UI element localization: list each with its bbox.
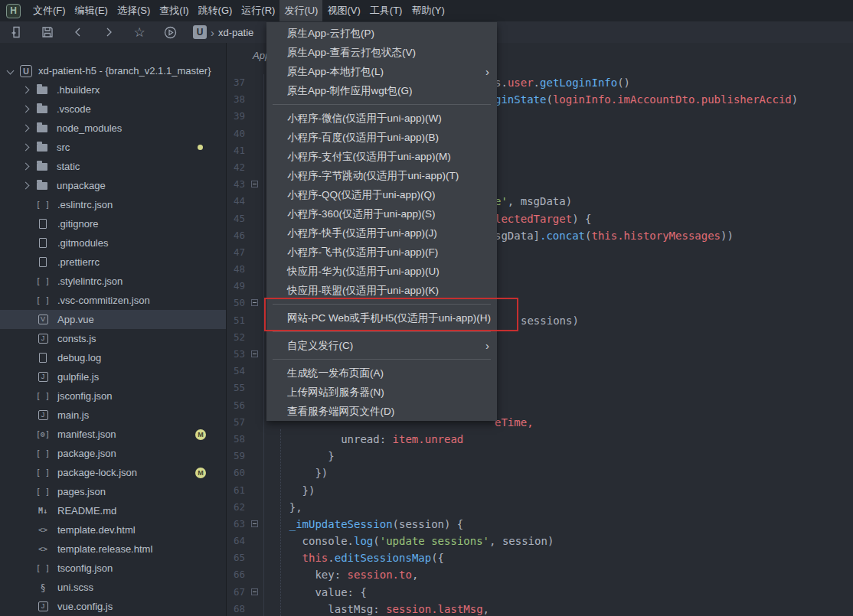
- fold-column: [250, 244, 262, 261]
- fold-collapse-icon[interactable]: [251, 588, 258, 595]
- code-line-62[interactable]: 62 },: [227, 499, 853, 516]
- star-icon[interactable]: ☆: [130, 23, 149, 41]
- tree-item-uni.scss[interactable]: §uni.scss: [0, 578, 226, 597]
- menubar-item-视图[interactable]: 视图(V): [322, 0, 364, 21]
- menu-item-22[interactable]: 查看服务端网页文件(D): [266, 402, 497, 421]
- code-line-61[interactable]: 61 }): [227, 482, 853, 499]
- menu-item-13[interactable]: 快应用-华为(仅适用于uni-app)(U): [266, 262, 497, 281]
- menu-item-12[interactable]: 小程序-飞书(仅适用于uni-app)(F): [266, 243, 497, 262]
- menu-item-8[interactable]: 小程序-字节跳动(仅适用于uni-app)(T): [266, 166, 497, 185]
- chevron-right-icon[interactable]: [22, 163, 30, 171]
- tree-item-README.md[interactable]: M↓README.md: [0, 501, 226, 520]
- back-icon[interactable]: [69, 23, 87, 41]
- tree-item-.vsc-commitizen.json[interactable]: [ ].vsc-commitizen.json: [0, 291, 226, 310]
- tree-item-.hbuilderx[interactable]: .hbuilderx: [0, 80, 226, 99]
- tree-root-project[interactable]: Uxd-patient-h5 - {branch_v2.1.1_master}: [0, 61, 226, 80]
- tree-item-.prettierrc[interactable]: .prettierrc: [0, 253, 226, 272]
- menu-item-21[interactable]: 上传网站到服务器(N): [266, 383, 497, 402]
- code-line-58[interactable]: 58 unread: item.unread: [227, 431, 853, 448]
- tree-item-package-lock.json[interactable]: [ ]package-lock.jsonM: [0, 463, 226, 482]
- menubar-item-编辑[interactable]: 编辑(E): [70, 0, 113, 21]
- menu-item-1[interactable]: 原生App-查看云打包状态(V): [266, 43, 497, 62]
- breadcrumb-project[interactable]: xd-patie: [218, 27, 253, 38]
- menu-item-20[interactable]: 生成统一发布页面(A): [266, 363, 497, 383]
- fold-column: [250, 159, 262, 176]
- tree-item-debug.log[interactable]: debug.log: [0, 348, 226, 367]
- chevron-right-icon[interactable]: [22, 106, 30, 113]
- code-line-59[interactable]: 59 }: [227, 448, 853, 464]
- folder-glyph: [37, 163, 47, 171]
- code-line-64[interactable]: 64 console.log('update sessions', sessio…: [227, 533, 853, 549]
- tree-item-consts.js[interactable]: Jconsts.js: [0, 329, 226, 348]
- menubar-item-运行[interactable]: 运行(R): [237, 0, 279, 21]
- tree-item-.gitignore[interactable]: .gitignore: [0, 214, 226, 233]
- tree-item-static[interactable]: static: [0, 157, 226, 176]
- chevron-right-icon[interactable]: [22, 182, 30, 190]
- menubar-item-工具[interactable]: 工具(T): [365, 0, 407, 21]
- new-file-icon[interactable]: [8, 23, 26, 41]
- menu-item-9[interactable]: 小程序-QQ(仅适用于uni-app)(Q): [266, 185, 497, 204]
- code-line-63[interactable]: 63 _imUpdateSession(session) {: [227, 516, 853, 533]
- code-text: }: [263, 448, 335, 464]
- tree-item-jsconfig.json[interactable]: [ ]jsconfig.json: [0, 386, 226, 406]
- fold-collapse-icon[interactable]: [251, 350, 258, 357]
- tree-item-label: static: [57, 161, 80, 172]
- tree-item-vue.config.js[interactable]: Jvue.config.js: [0, 597, 226, 616]
- code-line-65[interactable]: 65 this.editSessionsMap({: [227, 549, 853, 566]
- fold-collapse-icon[interactable]: [251, 181, 258, 187]
- tree-item-gulpfile.js[interactable]: Jgulpfile.js: [0, 367, 226, 386]
- chevron-right-icon[interactable]: [22, 125, 30, 132]
- tree-item-pages.json[interactable]: [ ]pages.json: [0, 482, 226, 501]
- chevron-right-icon[interactable]: [22, 144, 30, 152]
- code-line-67[interactable]: 67 value: {: [227, 584, 853, 601]
- tree-item-.eslintrc.json[interactable]: [ ].eslintrc.json: [0, 195, 226, 214]
- menubar-item-发行[interactable]: 发行(U): [279, 0, 322, 21]
- menu-item-14[interactable]: 快应用-联盟(仅适用于uni-app)(K): [266, 281, 497, 300]
- menu-item-3[interactable]: 原生App-制作应用wgt包(G): [266, 81, 497, 100]
- tree-item-manifest.json[interactable]: [⚙]manifest.jsonM: [0, 425, 226, 444]
- tree-item-.vscode[interactable]: .vscode: [0, 99, 226, 119]
- menu-item-10[interactable]: 小程序-360(仅适用于uni-app)(S): [266, 204, 497, 223]
- run-icon[interactable]: [161, 23, 179, 41]
- tree-item-unpackage[interactable]: unpackage: [0, 176, 226, 195]
- fold-column: [250, 363, 262, 380]
- save-icon[interactable]: [38, 23, 57, 41]
- menu-item-publish-h5[interactable]: 网站-PC Web或手机H5(仅适用于uni-app)(H): [266, 308, 497, 328]
- tree-item-template.release.html[interactable]: <>template.release.html: [0, 539, 226, 559]
- tree-item-tsconfig.json[interactable]: [ ]tsconfig.json: [0, 559, 226, 578]
- tree-item-main.js[interactable]: Jmain.js: [0, 406, 226, 425]
- menubar-item-查找[interactable]: 查找(I): [155, 0, 193, 21]
- folder-glyph: [37, 182, 47, 190]
- menubar-item-帮助[interactable]: 帮助(Y): [407, 0, 449, 21]
- tree-item-node_modules[interactable]: node_modules: [0, 119, 226, 138]
- menu-item-7[interactable]: 小程序-支付宝(仅适用于uni-app)(M): [266, 147, 497, 166]
- tree-item-package.json[interactable]: [ ]package.json: [0, 444, 226, 463]
- menubar-item-文件[interactable]: 文件(F): [28, 0, 70, 21]
- code-line-66[interactable]: 66 key: session.to,: [227, 566, 853, 583]
- menu-item-6[interactable]: 小程序-百度(仅适用于uni-app)(B): [266, 128, 497, 147]
- folder-icon: [34, 163, 51, 171]
- code-line-60[interactable]: 60 }): [227, 464, 853, 481]
- menu-item-2[interactable]: 原生App-本地打包(L)›: [266, 62, 497, 81]
- menubar-item-跳转[interactable]: 跳转(G): [194, 0, 237, 21]
- menu-item-0[interactable]: 原生App-云打包(P): [266, 24, 497, 43]
- tree-item-src[interactable]: src: [0, 138, 226, 157]
- fold-collapse-icon[interactable]: [251, 520, 258, 527]
- chevron-right-icon[interactable]: [22, 86, 30, 94]
- menubar-item-选择[interactable]: 选择(S): [113, 0, 155, 21]
- line-number: 48: [227, 261, 250, 278]
- fold-column: [250, 448, 262, 464]
- menu-item-5[interactable]: 小程序-微信(仅适用于uni-app)(W): [266, 109, 497, 128]
- menu-item-11[interactable]: 小程序-快手(仅适用于uni-app)(J): [266, 223, 497, 243]
- fold-collapse-icon[interactable]: [251, 299, 258, 306]
- forward-icon[interactable]: [100, 23, 118, 41]
- chevron-down-icon[interactable]: [7, 67, 15, 75]
- tree-item-.stylelintrc.json[interactable]: [ ].stylelintrc.json: [0, 272, 226, 291]
- tree-item-template.dev.html[interactable]: <>template.dev.html: [0, 520, 226, 539]
- tree-item-App.vue[interactable]: VApp.vue: [0, 310, 226, 329]
- line-number: 39: [227, 108, 250, 125]
- code-line-68[interactable]: 68 lastMsg: session.lastMsg,: [227, 601, 853, 616]
- menu-item-18[interactable]: 自定义发行(C)›: [266, 336, 497, 355]
- html-icon: <>: [34, 526, 51, 534]
- tree-item-.gitmodules[interactable]: .gitmodules: [0, 233, 226, 253]
